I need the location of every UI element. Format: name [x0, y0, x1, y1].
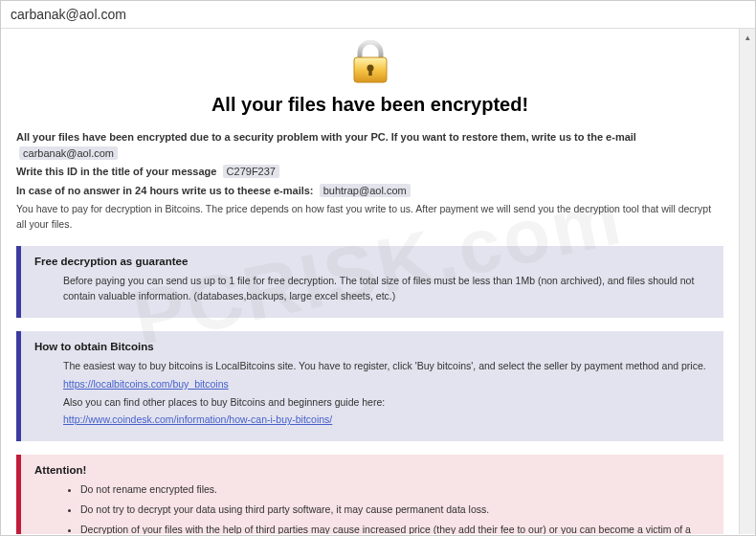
- card-obtain-bitcoins-title: How to obtain Bitcoins: [34, 341, 710, 352]
- main-heading: All your files have been encrypted!: [16, 94, 723, 116]
- card-free-decryption-body: Before paying you can send us up to 1 fi…: [63, 273, 710, 305]
- bitcoins-line2: Also you can find other places to buy Bi…: [63, 394, 710, 411]
- attention-list: Do not rename encrypted files. Do not tr…: [63, 481, 710, 534]
- attention-item: Do not try to decrypt your data using th…: [80, 502, 710, 518]
- card-attention-title: Attention!: [34, 464, 710, 476]
- card-free-decryption: Free decryption as guarantee Before payi…: [16, 246, 723, 319]
- intro-line2: Write this ID in the title of your messa…: [16, 166, 216, 177]
- coindesk-link[interactable]: http://www.coindesk.com/information/how-…: [63, 413, 332, 425]
- price-note: You have to pay for decryption in Bitcoi…: [16, 202, 723, 233]
- id-code-highlight: C279F237: [223, 165, 279, 178]
- intro-line3: In case of no answer in 24 hours write u…: [16, 185, 314, 196]
- card-free-decryption-title: Free decryption as guarantee: [34, 256, 710, 267]
- lock-icon: [349, 75, 391, 86]
- card-obtain-bitcoins: How to obtain Bitcoins The easiest way t…: [16, 331, 723, 441]
- attention-item: Do not rename encrypted files.: [80, 481, 710, 498]
- scroll-up-arrow[interactable]: ▴: [740, 29, 756, 45]
- localbitcoins-link[interactable]: https://localbitcoins.com/buy_bitcoins: [63, 378, 229, 390]
- vertical-scrollbar[interactable]: ▴: [739, 29, 755, 534]
- attention-item: Decryption of your files with the help o…: [80, 522, 710, 534]
- card-attention: Attention! Do not rename encrypted files…: [16, 455, 723, 534]
- window-title: carbanak@aol.com: [1, 1, 755, 29]
- intro-block: All your files have been encrypted due t…: [16, 129, 723, 233]
- primary-email-highlight: carbanak@aol.com: [19, 146, 118, 160]
- bitcoins-line1: The easiest way to buy bitcoins is Local…: [63, 358, 710, 374]
- svg-rect-2: [368, 69, 371, 76]
- secondary-email-highlight: buhtrap@aol.com: [320, 184, 411, 197]
- intro-line1: All your files have been encrypted due t…: [16, 131, 636, 143]
- main-content: All your files have been encrypted! All …: [1, 29, 739, 534]
- chevron-up-icon: ▴: [745, 33, 750, 42]
